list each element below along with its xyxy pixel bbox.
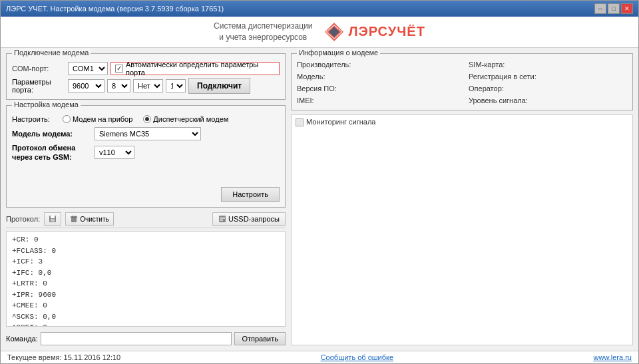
- log-line-9: ^SSET: 0: [12, 322, 280, 327]
- signal-monitor-label: Мониторинг сигнала: [306, 118, 375, 126]
- bits-select[interactable]: 8: [107, 79, 130, 92]
- close-button[interactable]: ✕: [621, 3, 633, 14]
- logo-diamond-icon: [323, 21, 345, 43]
- window-title: ЛЭРС УЧЕТ. Настройка модема (версия 3.7.…: [6, 5, 224, 13]
- clear-icon: [70, 215, 78, 223]
- report-error-link[interactable]: Сообщить об ошибке: [321, 353, 393, 361]
- setup-button[interactable]: Настроить: [221, 187, 280, 202]
- stop-select[interactable]: 1: [166, 79, 186, 92]
- connect-button[interactable]: Подключит: [188, 78, 250, 94]
- log-area[interactable]: +CR: 0 +FCLASS: 0 +ICF: 3 +IFC: 0,0 +LRT…: [6, 231, 286, 327]
- main-window: ЛЭРС УЧЕТ. Настройка модема (версия 3.7.…: [0, 0, 639, 364]
- setup-btn-row: Настроить: [12, 167, 280, 202]
- radio-row: Настроить: Модем на прибор Диспетчерский…: [12, 115, 280, 123]
- info-group: Информация о модеме Производитель: SIM-к…: [291, 53, 633, 110]
- ussd-button[interactable]: USSD-запросы: [212, 212, 286, 226]
- modem-setup-group: Настройка модема Настроить: Модем на при…: [6, 105, 286, 208]
- ussd-btn-label: USSD-запросы: [228, 215, 280, 223]
- operator-row: Оператор:: [469, 85, 627, 92]
- right-panel: Информация о модеме Производитель: SIM-к…: [291, 53, 633, 345]
- log-line-4: +IFC: 0,0: [12, 268, 280, 279]
- sim-row: SIM-карта:: [469, 61, 627, 69]
- logo-text-part1: ЛЭРС: [349, 24, 388, 39]
- maximize-button[interactable]: □: [608, 3, 620, 14]
- model-label: Модель модема:: [12, 130, 92, 138]
- command-row: Команда: Отправить: [6, 329, 286, 345]
- svg-rect-11: [220, 218, 225, 219]
- params-label: Параметры порта:: [12, 78, 65, 94]
- radio-dispatcher-modem[interactable]: Диспетчерский модем: [143, 115, 228, 123]
- clear-log-button[interactable]: Очистить: [65, 212, 114, 226]
- website-link[interactable]: www.lera.ru: [594, 353, 632, 361]
- reg-label: Регистрация в сети:: [469, 73, 536, 81]
- radio2-label: Диспетчерский модем: [153, 115, 228, 123]
- imei-label: IMEI:: [297, 96, 314, 104]
- log-scroll-area: +CR: 0 +FCLASS: 0 +ICF: 3 +IFC: 0,0 +LRT…: [6, 231, 286, 327]
- footer-time-label: Текущее время:: [7, 353, 62, 361]
- save-icon: [49, 215, 57, 223]
- footer-time-val: 15.11.2016 12:10: [64, 353, 121, 361]
- parity-select[interactable]: Нет: [133, 79, 163, 92]
- logo-text-part2: УЧЁТ: [388, 24, 425, 39]
- footer: Текущее время: 15.11.2016 12:10 Сообщить…: [1, 351, 638, 363]
- command-label: Команда:: [6, 335, 38, 343]
- header-band: Система диспетчеризации и учета энергоре…: [1, 17, 638, 48]
- svg-rect-6: [71, 217, 77, 222]
- signal-level-row: Уровень сигнала:: [469, 96, 627, 104]
- protocol-bar-label: Протокол:: [6, 215, 40, 223]
- model-row: Модель модема: Siemens MC35: [12, 127, 280, 140]
- auto-detect-checkbox[interactable]: ✓: [115, 65, 123, 73]
- model-info-label: Модель:: [297, 73, 325, 81]
- header-line2: и учета энергоресурсов: [214, 32, 312, 43]
- model-select[interactable]: Siemens MC35: [95, 127, 201, 140]
- protocol-label: Протокол обмена через сеть GSM:: [12, 143, 92, 162]
- command-input[interactable]: [41, 332, 232, 345]
- clear-btn-label: Очистить: [80, 216, 109, 223]
- log-line-7: +CMEE: 0: [12, 300, 280, 311]
- radio2-btn[interactable]: [143, 115, 151, 123]
- log-line-1: +CR: 0: [12, 234, 280, 246]
- signal-level-label: Уровень сигнала:: [469, 96, 528, 104]
- save-log-button[interactable]: [44, 212, 61, 226]
- signal-monitor-checkbox[interactable]: [296, 118, 304, 126]
- connection-group-label: Подключение модема: [12, 49, 91, 57]
- com-port-row: COM-порт: COM1 ✓ Автоматически определит…: [12, 62, 280, 75]
- protocol-row: Протокол обмена через сеть GSM: v110: [12, 143, 280, 162]
- modem-setup-group-label: Настройка модема: [12, 100, 81, 108]
- imei-row: IMEI:: [297, 96, 455, 104]
- signal-monitor: Мониторинг сигнала: [291, 114, 633, 345]
- log-line-3: +ICF: 3: [12, 256, 280, 268]
- radio1-label: Модем на прибор: [73, 115, 132, 123]
- svg-rect-12: [220, 220, 223, 221]
- info-grid: Производитель: SIM-карта: Модель: Регист…: [297, 61, 627, 104]
- reg-row: Регистрация в сети:: [469, 73, 627, 81]
- operator-label: Оператор:: [469, 85, 504, 92]
- auto-detect-box: ✓ Автоматически определить параметры пор…: [110, 62, 280, 75]
- radio-modem-to-device-btn[interactable]: [63, 115, 71, 123]
- manufacturer-label: Производитель:: [297, 61, 351, 69]
- baud-select[interactable]: 9600: [68, 79, 105, 92]
- log-line-6: +IPR: 9600: [12, 289, 280, 301]
- content-area: Подключение модема COM-порт: COM1 ✓ Авто…: [1, 48, 638, 351]
- com-port-label: COM-порт:: [12, 65, 65, 73]
- logo-text: ЛЭРСУЧЁТ: [349, 24, 425, 39]
- version-label: Версия ПО:: [297, 85, 337, 92]
- auto-detect-label: Автоматически определить параметры порта: [126, 61, 275, 77]
- com-port-select[interactable]: COM1: [68, 62, 108, 75]
- log-line-8: ^SCKS: 0,0: [12, 311, 280, 323]
- send-button[interactable]: Отправить: [234, 332, 286, 345]
- radio-modem-to-device[interactable]: Модем на прибор: [63, 115, 132, 123]
- connection-group: Подключение модема COM-порт: COM1 ✓ Авто…: [6, 53, 286, 100]
- svg-rect-5: [51, 219, 55, 222]
- protocol-select[interactable]: v110: [95, 146, 134, 159]
- manufacturer-row: Производитель:: [297, 61, 455, 69]
- info-group-label: Информация о модеме: [297, 49, 380, 57]
- footer-time: Текущее время: 15.11.2016 12:10: [7, 353, 120, 361]
- minimize-button[interactable]: ─: [594, 3, 606, 14]
- version-row: Версия ПО:: [297, 85, 455, 92]
- logo-area: ЛЭРСУЧЁТ: [323, 21, 425, 43]
- left-panel: Подключение модема COM-порт: COM1 ✓ Авто…: [6, 53, 286, 345]
- log-line-5: +LRTR: 0: [12, 278, 280, 289]
- log-line-2: +FCLASS: 0: [12, 246, 280, 257]
- header-line1: Система диспетчеризации: [214, 21, 312, 32]
